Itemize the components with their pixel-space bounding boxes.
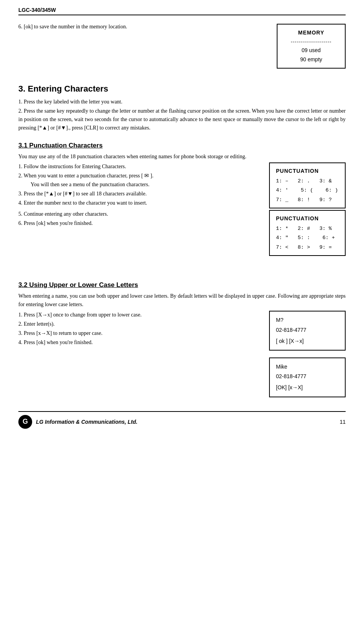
memory-line1: 09 used xyxy=(286,46,336,55)
section32-heading: 3.2 Using Upper or Lower Case Letters xyxy=(18,281,346,289)
screen2-buttons: [OK] [x→X] xyxy=(276,383,339,392)
punct-box2-row1: 1: * 2: # 3: % xyxy=(276,224,339,233)
punct-item2b: You will then see a menu of the punctuat… xyxy=(31,180,251,189)
punct-item4: 4. Enter the number next to the characte… xyxy=(18,199,251,207)
screen2-line1: Mike xyxy=(276,362,339,372)
footer: G LG Information & Communications, Ltd. … xyxy=(18,411,346,429)
section31-heading: 3.1 Punctuation Characters xyxy=(18,142,346,149)
intro-text: 6. [ok] to save the number in the memory… xyxy=(18,24,265,30)
logo-icon: G xyxy=(18,415,32,429)
screen1-buttons: [ ok ] [X→x] xyxy=(276,336,339,346)
screen2-line2: 02-818-4777 xyxy=(276,372,339,381)
page-number: 11 xyxy=(340,419,346,425)
screen1-line2: 02-818-4777 xyxy=(276,325,339,335)
memory-title: MEMORY xyxy=(286,28,336,38)
punct-box2-row3: 7: < 8: > 9: = xyxy=(276,243,339,252)
punct-left: 1. Follow the instructions for Entering … xyxy=(18,162,251,208)
punct-box1: PUNCTUATION 1: – 2: . 3: & 4: ' 5: ( 6: … xyxy=(269,162,346,208)
punct-intro: You may use any of the 18 punctuation ch… xyxy=(18,152,346,161)
punct-box2-title: PUNCTUATION xyxy=(276,214,339,223)
company-name: LG Information & Communications, Ltd. xyxy=(36,419,137,425)
punct-item6: 6. Press [ok] when you're finished. xyxy=(18,219,251,228)
screen-box1: M? 02-818-4777 [ ok ] [X→x] xyxy=(269,311,346,351)
screen-box2: Mike 02-818-4777 [OK] [x→X] xyxy=(269,357,346,397)
ul-item2: 2. Enter letter(s). xyxy=(18,320,251,328)
screen1-line1: M? xyxy=(276,315,339,325)
header-title: LGC-340/345W xyxy=(18,7,56,13)
page-header: LGC-340/345W xyxy=(18,7,346,15)
punct-boxes2: PUNCTUATION 1: * 2: # 3: % 4: " 5: : 6: … xyxy=(260,210,346,256)
punct-area: 1. Follow the instructions for Entering … xyxy=(18,162,346,208)
punct-box1-row2: 4: ' 5: ( 6: ) xyxy=(276,186,339,195)
upper-lower-left: 1. Press [X→x] once to change from upper… xyxy=(18,311,251,397)
memory-dashes: -------------------- xyxy=(286,38,336,46)
punct-box1-row3: 7: _ 8: ! 9: ? xyxy=(276,195,339,205)
ul-item4: 4. Press [ok] when you're finished. xyxy=(18,338,251,347)
punct-box2-row2: 4: " 5: : 6: + xyxy=(276,233,339,243)
punct-box1-row1: 1: – 2: . 3: & xyxy=(276,177,339,186)
section3-heading: 3. Entering Characters xyxy=(18,84,346,94)
ul-item1: 1. Press [X→x] once to change from upper… xyxy=(18,311,251,319)
memory-line2: 90 empty xyxy=(286,55,336,64)
page: LGC-340/345W 6. [ok] to save the number … xyxy=(0,0,364,623)
punct-item1: 1. Follow the instructions for Entering … xyxy=(18,162,251,171)
section32-intro: When entering a name, you can use both u… xyxy=(18,292,346,308)
punct-item5: 5. Continue entering any other character… xyxy=(18,210,251,218)
upper-lower-area: 1. Press [X→x] once to change from upper… xyxy=(18,311,346,397)
screen-boxes: M? 02-818-4777 [ ok ] [X→x] Mike 02-818-… xyxy=(260,311,346,397)
section3-item2: 2. Press the same key repeatedly to chan… xyxy=(18,107,346,132)
memory-box: MEMORY -------------------- 09 used 90 e… xyxy=(277,24,346,69)
punct-left2: 5. Continue entering any other character… xyxy=(18,210,251,228)
punct-box1-title: PUNCTUATION xyxy=(276,166,339,176)
punct-box2: PUNCTUATION 1: * 2: # 3: % 4: " 5: : 6: … xyxy=(269,210,346,256)
section-intro-area: 6. [ok] to save the number in the memory… xyxy=(18,24,346,69)
section3-item1: 1. Press the key labeled with the letter… xyxy=(18,98,346,106)
punct-item2: 2. When you want to enter a punctuation … xyxy=(18,172,251,180)
punct-boxes: PUNCTUATION 1: – 2: . 3: & 4: ' 5: ( 6: … xyxy=(260,162,346,208)
punct-area2: 5. Continue entering any other character… xyxy=(18,210,346,256)
punct-item3: 3. Press the [*▲] or [#▼] to see all 18 … xyxy=(18,190,251,198)
ul-item3: 3. Press [x→X] to return to upper case. xyxy=(18,329,251,338)
footer-logo-area: G LG Information & Communications, Ltd. xyxy=(18,415,137,429)
